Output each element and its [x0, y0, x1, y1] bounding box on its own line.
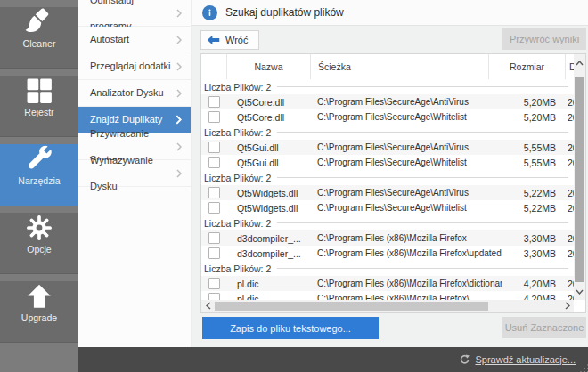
cell-size: 5,22MB — [502, 203, 556, 214]
group-header: Liczba Plików: 2 — [201, 125, 574, 140]
vertical-scroll-thumb[interactable] — [575, 77, 584, 282]
cell-date: 20 — [556, 248, 574, 259]
group-header: Liczba Plików: 2 — [201, 170, 574, 185]
cell-name: Qt5Widgets.dll — [226, 188, 310, 198]
cell-size: 3,30MB — [502, 233, 556, 244]
group-header: Liczba Plików: 2 — [201, 79, 574, 94]
cell-date: 20 — [556, 188, 574, 198]
row-checkbox[interactable] — [208, 157, 220, 168]
cell-size: 5,55MB — [502, 142, 556, 153]
column-header-path[interactable]: Ścieżka — [310, 54, 488, 79]
table-row[interactable]: pl.dicC:\Program Files (x86)\Mozilla Fir… — [201, 291, 574, 300]
scroll-left-arrow-icon[interactable] — [202, 300, 214, 311]
horizontal-scroll-thumb[interactable] — [215, 302, 488, 311]
row-checkbox[interactable] — [208, 293, 220, 300]
menu-item-label: Autostart — [90, 27, 129, 53]
nav-cleaner[interactable]: Cleaner — [0, 7, 78, 69]
table-row[interactable]: Qt5Core.dllC:\Program Files\SecureAge\An… — [201, 94, 574, 109]
cell-name: d3dcompiler_... — [226, 233, 310, 244]
restore-results-label: Przywróć wyniki — [510, 34, 579, 44]
nav-label: Rejestr — [0, 107, 78, 117]
back-arrow-icon — [207, 35, 220, 45]
menu-item-autostart[interactable]: Autostart — [78, 27, 191, 53]
check-updates-link[interactable]: Sprawdź aktualizacje... — [459, 347, 576, 372]
delete-selected-button[interactable]: Usuń Zaznaczone — [502, 317, 586, 338]
cell-path: C:\Program Files\SecureAge\Whitelist — [310, 158, 502, 167]
cell-path: C:\Program Files\SecureAge\AntiVirus — [310, 97, 502, 107]
row-checkbox[interactable] — [208, 96, 220, 108]
row-checkbox[interactable] — [208, 232, 220, 244]
chevron-right-icon — [176, 115, 182, 125]
table-row[interactable]: Qt5Gui.dllC:\Program Files\SecureAge\Ant… — [201, 140, 574, 155]
chevron-right-icon — [176, 89, 182, 98]
table-row[interactable]: pl.dicC:\Program Files (x86)\Mozilla Fir… — [201, 276, 574, 291]
nav-opcje[interactable]: Opcje — [0, 213, 78, 274]
nav-label: Narzędzia — [0, 175, 78, 186]
row-checkbox[interactable] — [208, 187, 220, 198]
registry-grid-icon — [24, 76, 54, 106]
nav-rejestr[interactable]: Rejestr — [0, 76, 78, 137]
chevron-right-icon — [176, 62, 182, 71]
save-to-text-file-label: Zapis do pliku tekstowego... — [230, 323, 351, 334]
scroll-right-arrow-icon[interactable] — [561, 300, 573, 311]
cell-name: Qt5Gui.dll — [226, 158, 310, 168]
cell-size: 5,22MB — [502, 188, 556, 198]
table-header: Nazwa Ścieżka Rozmiar D — [201, 54, 574, 80]
nav-narzedzia[interactable]: Narzędzia — [0, 144, 78, 206]
chevron-right-icon — [176, 9, 182, 18]
cell-size: 5,55MB — [502, 158, 556, 168]
row-checkbox[interactable] — [208, 142, 220, 153]
refresh-icon — [459, 354, 470, 366]
scroll-down-arrow-icon[interactable] — [574, 286, 585, 297]
menu-item-analizator-dysku[interactable]: Analizator Dysku — [78, 80, 191, 107]
table-row[interactable]: d3dcompiler_...C:\Program Files (x86)\Mo… — [201, 230, 574, 246]
back-button[interactable]: Wróć — [200, 30, 259, 50]
chevron-right-icon — [176, 36, 182, 44]
cell-size: 5,20MB — [502, 97, 556, 108]
table-body: Liczba Plików: 2Qt5Core.dllC:\Program Fi… — [201, 79, 574, 300]
table-row[interactable]: d3dcompiler_...C:\Program Files (x86)\Mo… — [201, 246, 574, 261]
cell-date: 20 — [556, 279, 574, 289]
menu-item-wymazywanie-dysku[interactable]: Wymazywanie Dysku — [78, 160, 191, 187]
row-checkbox[interactable] — [208, 111, 220, 123]
main-content: Szukaj duplikatów plików Wróć Przywróć w… — [192, 0, 588, 347]
row-checkbox[interactable] — [208, 202, 220, 214]
chevron-right-icon — [176, 169, 182, 178]
scroll-up-arrow-icon[interactable] — [574, 57, 585, 69]
resize-grip[interactable] — [584, 368, 585, 369]
save-to-text-file-button[interactable]: Zapis do pliku tekstowego... — [202, 317, 379, 339]
table-row[interactable]: Qt5Gui.dllC:\Program Files\SecureAge\Whi… — [201, 155, 574, 170]
cell-size: 5,20MB — [502, 112, 556, 123]
delete-selected-label: Usuń Zaznaczone — [505, 322, 584, 333]
menu-item-przegladaj-dodatki[interactable]: Przeglądaj dodatki — [78, 53, 191, 80]
app-window: Cleaner Rejestr Narzędzia — [0, 0, 588, 372]
cell-path: C:\Program Files\SecureAge\AntiVirus — [310, 188, 502, 198]
cell-date: 20 — [556, 203, 574, 214]
table-row[interactable]: Qt5Widgets.dllC:\Program Files\SecureAge… — [201, 200, 574, 215]
menu-item-odinstaluj-programy[interactable]: Odinstaluj programy — [78, 0, 191, 27]
row-checkbox[interactable] — [208, 278, 220, 289]
cell-size: 4,20MB — [502, 294, 556, 301]
row-checkbox[interactable] — [208, 247, 220, 259]
restore-results-button[interactable]: Przywróć wyniki — [502, 28, 586, 50]
content-header: Szukaj duplikatów plików — [192, 0, 588, 26]
nav-upgrade[interactable]: Upgrade — [0, 281, 78, 343]
cell-date: 20 — [556, 158, 574, 168]
cell-date: 20 — [556, 112, 574, 123]
cell-name: pl.dic — [226, 294, 310, 301]
cell-name: Qt5Core.dll — [226, 112, 310, 123]
page-title: Szukaj duplikatów plików — [225, 6, 344, 19]
cell-name: Qt5Core.dll — [226, 97, 310, 108]
cell-name: pl.dic — [226, 279, 310, 289]
column-header-date[interactable]: D — [565, 54, 574, 79]
group-header: Liczba Plików: 2 — [201, 215, 574, 230]
table-row[interactable]: Qt5Core.dllC:\Program Files\SecureAge\Wh… — [201, 109, 574, 125]
cell-name: d3dcompiler_... — [226, 248, 310, 259]
column-header-size[interactable]: Rozmiar — [488, 54, 565, 79]
cell-date: 20 — [556, 294, 574, 301]
menu-item-label: Analizator Dysku — [90, 80, 164, 106]
cell-path: C:\Program Files\SecureAge\Whitelist — [310, 112, 502, 122]
check-updates-label: Sprawdź aktualizacje... — [476, 354, 576, 365]
column-header-name[interactable]: Nazwa — [226, 54, 310, 79]
table-row[interactable]: Qt5Widgets.dllC:\Program Files\SecureAge… — [201, 185, 574, 200]
